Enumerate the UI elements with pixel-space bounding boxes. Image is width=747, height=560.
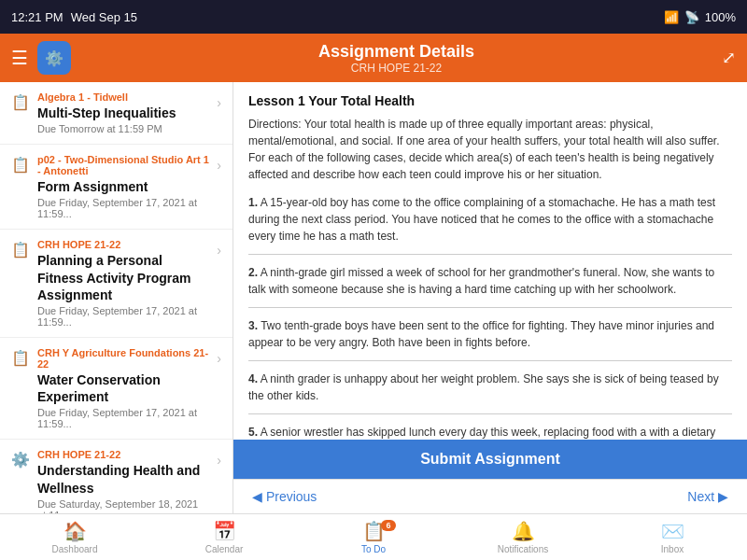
assignment-icon: 📋 [11, 241, 30, 259]
assignment-content: CRH Y Agriculture Foundations 21-22 Wate… [37, 347, 209, 429]
status-bar: 12:21 PM Wed Sep 15 📶 📡 100% [0, 0, 747, 34]
assignment-item[interactable]: ⚙️ CRH HOPE 21-22 Understanding Health a… [0, 440, 233, 513]
assignment-content: p02 - Two-Dimensional Studio Art 1 - Ant… [37, 154, 209, 219]
time-label: 12:21 PM [11, 10, 63, 24]
chevron-right-icon: › [217, 453, 221, 468]
app-header: ☰ ⚙️ Assignment Details CRH HOPE 21-22 ⤢ [0, 34, 747, 82]
chevron-right-icon: › [217, 95, 221, 110]
scenario-block: 2. A ninth-grade girl missed a week of s… [248, 264, 732, 308]
submit-button[interactable]: Submit Assignment [245, 451, 736, 468]
assignment-due: Due Friday, September 17, 2021 at 11:59.… [37, 197, 209, 219]
assignment-item[interactable]: 📋 p02 - Two-Dimensional Studio Art 1 - A… [0, 145, 233, 230]
scenario-text: 1. A 15-year-old boy has come to the off… [248, 194, 732, 245]
scenario-block: 5. A senior wrestler has skipped lunch e… [248, 424, 732, 440]
assignment-list: 📋 Algebra 1 - Tidwell Multi-Step Inequal… [0, 82, 233, 513]
chevron-right-icon: › [217, 158, 221, 173]
expand-button[interactable]: ⤢ [722, 48, 736, 68]
tab-label: Dashboard [52, 544, 98, 554]
tab-item-to-do[interactable]: 6 📋 To Do [299, 520, 448, 554]
submit-bar: Submit Assignment [233, 440, 747, 479]
signal-icon: 📡 [684, 10, 699, 24]
nav-bar: ◀ Previous Next ▶ [233, 479, 747, 513]
previous-button[interactable]: ◀ Previous [252, 489, 317, 504]
assignment-icon: 📋 [11, 156, 30, 174]
date-label: Wed Sep 15 [71, 10, 137, 24]
tab-icon: 🏠 [63, 520, 87, 542]
assignment-course: p02 - Two-Dimensional Studio Art 1 - Ant… [37, 154, 209, 176]
scenario-text: 3. Two tenth-grade boys have been sent t… [248, 317, 732, 351]
assignment-course: CRH HOPE 21-22 [37, 449, 209, 460]
next-button[interactable]: Next ▶ [687, 489, 728, 504]
content-panel: Lesson 1 Your Total Health Directions: Y… [233, 82, 747, 513]
assignment-icon: ⚙️ [11, 451, 30, 469]
assignment-name: Planning a Personal Fitness Activity Pro… [37, 252, 209, 303]
scenario-text: 4. A ninth grader is unhappy about her w… [248, 371, 732, 404]
assignment-item[interactable]: 📋 CRH HOPE 21-22 Planning a Personal Fit… [0, 230, 233, 338]
status-bar-right: 📶 📡 100% [664, 10, 736, 24]
assignment-name: Form Assignment [37, 178, 209, 195]
assignment-due: Due Tomorrow at 11:59 PM [37, 123, 209, 134]
scenario-block: 1. A 15-year-old boy has come to the off… [248, 194, 732, 255]
wifi-icon: 📶 [664, 10, 679, 24]
menu-button[interactable]: ☰ [11, 49, 28, 67]
tab-item-dashboard[interactable]: 🏠 Dashboard [0, 520, 149, 554]
tab-label: Notifications [498, 544, 548, 554]
header-subtitle: CRH HOPE 21-22 [80, 62, 712, 75]
lesson-directions: Directions: Your total health is made up… [248, 116, 732, 183]
tab-icon: ✉️ [661, 520, 684, 542]
assignment-item[interactable]: 📋 CRH Y Agriculture Foundations 21-22 Wa… [0, 338, 233, 440]
assignment-due: Due Saturday, September 18, 2021 at 11:.… [37, 498, 209, 513]
assignment-due: Due Friday, September 17, 2021 at 11:59.… [37, 305, 209, 328]
assignment-name: Water Conservation Experiment [37, 371, 209, 405]
assignment-due: Due Friday, September 17, 2021 at 11:59.… [37, 407, 209, 429]
assignment-item[interactable]: 📋 Algebra 1 - Tidwell Multi-Step Inequal… [0, 82, 233, 145]
assignment-name: Understanding Health and Wellness [37, 462, 209, 496]
assignment-course: CRH Y Agriculture Foundations 21-22 [37, 347, 209, 370]
chevron-right-icon: › [217, 243, 221, 258]
chevron-right-icon: › [217, 351, 221, 366]
header-center: Assignment Details CRH HOPE 21-22 [80, 42, 712, 75]
assignment-content: CRH HOPE 21-22 Understanding Health and … [37, 449, 209, 513]
scenario-text: 2. A ninth-grade girl missed a week of s… [248, 264, 732, 298]
tab-label: Inbox [661, 544, 684, 554]
assignment-icon: 📋 [11, 93, 30, 111]
battery-label: 100% [705, 10, 736, 24]
scenario-block: 3. Two tenth-grade boys have been sent t… [248, 317, 732, 361]
assignment-name: Multi-Step Inequalities [37, 105, 209, 121]
tab-icon: 📅 [213, 520, 236, 542]
assignment-course: Algebra 1 - Tidwell [37, 91, 209, 103]
scenario-text: 5. A senior wrestler has skipped lunch e… [248, 424, 732, 440]
tab-label: To Do [361, 544, 386, 554]
tab-label: Calendar [205, 544, 244, 554]
tab-badge: 6 [381, 520, 396, 531]
tab-bar: 🏠 Dashboard 📅 Calendar 6 📋 To Do 🔔 Notif… [0, 513, 747, 560]
lesson-title: Lesson 1 Your Total Health [248, 93, 732, 108]
app-icon: ⚙️ [37, 41, 71, 75]
content-scroll: Lesson 1 Your Total Health Directions: Y… [233, 82, 747, 440]
tab-item-calendar[interactable]: 📅 Calendar [149, 520, 299, 554]
status-bar-left: 12:21 PM Wed Sep 15 [11, 10, 137, 24]
scenarios-container: 1. A 15-year-old boy has come to the off… [248, 194, 732, 440]
tab-item-notifications[interactable]: 🔔 Notifications [448, 520, 598, 554]
assignment-icon: 📋 [11, 349, 30, 367]
assignment-content: Algebra 1 - Tidwell Multi-Step Inequalit… [37, 91, 209, 134]
tab-item-inbox[interactable]: ✉️ Inbox [598, 520, 747, 554]
header-title: Assignment Details [80, 42, 712, 62]
assignment-course: CRH HOPE 21-22 [37, 239, 209, 250]
main-layout: 📋 Algebra 1 - Tidwell Multi-Step Inequal… [0, 82, 747, 513]
scenario-block: 4. A ninth grader is unhappy about her w… [248, 371, 732, 414]
assignment-content: CRH HOPE 21-22 Planning a Personal Fitne… [37, 239, 209, 328]
tab-icon: 🔔 [512, 520, 535, 542]
